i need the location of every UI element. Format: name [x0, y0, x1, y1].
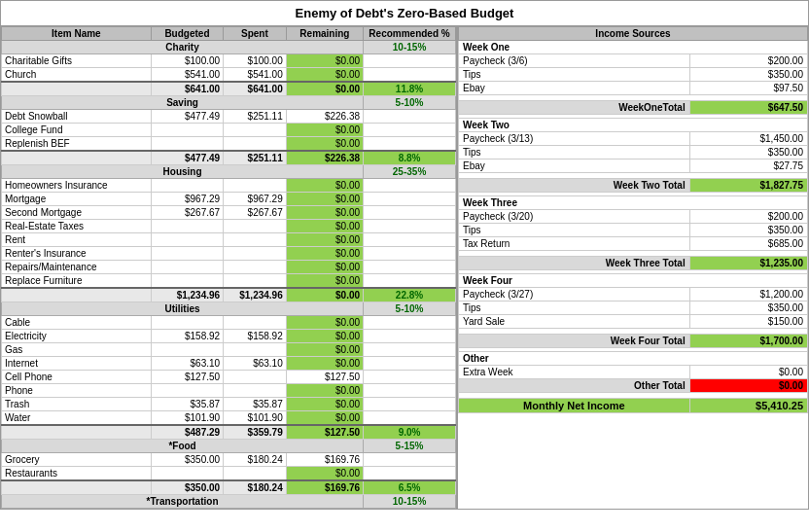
- table-row: Cable$0.00: [2, 316, 456, 330]
- table-row: Church$541.00$541.00$0.00: [2, 68, 456, 83]
- week-total-row-1: Week Two Total$1,827.75: [459, 179, 808, 193]
- section-pct-0: 10-15%: [364, 41, 456, 54]
- section-header-3: Utilities: [2, 302, 364, 316]
- section-header-1: Saving: [2, 96, 364, 110]
- table-row: Repairs/Maintenance$0.00: [2, 261, 456, 274]
- table-row: Restaurants$0.00: [2, 467, 456, 481]
- income-panel: Income Sources Week OnePaycheck (3/6)$20…: [458, 26, 808, 509]
- income-row: Yard Sale$150.00: [459, 315, 808, 329]
- table-row: Electricity$158.92$158.92$0.00: [2, 330, 456, 343]
- section-total-row-3: $487.29$359.79$127.509.0%: [2, 425, 456, 440]
- section-pct-2: 25-35%: [364, 165, 456, 179]
- table-row: Renter's Insurance$0.00: [2, 247, 456, 261]
- table-row: Phone$0.00: [2, 384, 456, 398]
- section-total-row-4: $350.00$180.24$169.766.5%: [2, 480, 456, 495]
- income-row: Paycheck (3/6)$200.00: [459, 54, 808, 68]
- other-income-row: Extra Week$0.00: [459, 366, 808, 379]
- week-header-1: Week Two: [459, 119, 808, 132]
- col-header-budgeted: Budgeted: [151, 27, 223, 41]
- table-row: Real-Estate Taxes$0.00: [2, 220, 456, 233]
- table-row: Mortgage$967.29$967.29$0.00: [2, 193, 456, 206]
- table-row: Charitable Gifts$100.00$100.00$0.00: [2, 54, 456, 68]
- income-row: Paycheck (3/13)$1,450.00: [459, 132, 808, 146]
- section-header-0: Charity: [2, 41, 364, 54]
- section-pct-4: 5-15%: [364, 440, 456, 453]
- table-row: Gas$0.00: [2, 343, 456, 357]
- section-total-row-2: $1,234.96$1,234.96$0.0022.8%: [2, 288, 456, 302]
- week-header-0: Week One: [459, 41, 808, 54]
- table-row: Trash$35.87$35.87$0.00: [2, 398, 456, 411]
- section-header-5: *Transportation: [2, 495, 364, 509]
- income-row: Tips$350.00: [459, 146, 808, 160]
- col-header-spent: Spent: [224, 27, 287, 41]
- section-header-4: *Food: [2, 440, 364, 453]
- section-pct-3: 5-10%: [364, 302, 456, 316]
- week-header-3: Week Four: [459, 274, 808, 288]
- week-total-row-3: Week Four Total$1,700.00: [459, 335, 808, 348]
- income-row: Paycheck (3/27)$1,200.00: [459, 288, 808, 301]
- main-title: Enemy of Debt's Zero-Based Budget: [0, 0, 809, 25]
- table-row: Cell Phone$127.50$127.50: [2, 371, 456, 384]
- col-header-name: Item Name: [2, 27, 152, 41]
- table-row: Replace Furniture$0.00: [2, 274, 456, 289]
- week-total-row-2: Week Three Total$1,235.00: [459, 257, 808, 270]
- table-row: Grocery$350.00$180.24$169.76: [2, 453, 456, 467]
- table-row: Replenish BEF$0.00: [2, 137, 456, 152]
- section-total-row-0: $641.00$641.00$0.0011.8%: [2, 82, 456, 96]
- table-row: Water$101.90$101.90$0.00: [2, 411, 456, 426]
- monthly-net-row: Monthly Net Income$5,410.25: [459, 399, 808, 413]
- week-header-2: Week Three: [459, 196, 808, 210]
- section-total-row-1: $477.49$251.11$226.388.8%: [2, 151, 456, 165]
- other-total-row: Other Total$0.00: [459, 379, 808, 393]
- income-row: Paycheck (3/20)$200.00: [459, 210, 808, 224]
- income-row: Tax Return$685.00: [459, 237, 808, 251]
- income-header: Income Sources: [459, 27, 808, 41]
- table-row: Internet$63.10$63.10$0.00: [2, 357, 456, 371]
- section-pct-1: 5-10%: [364, 96, 456, 110]
- week-total-row-0: WeekOneTotal$647.50: [459, 101, 808, 115]
- table-row: College Fund$0.00: [2, 124, 456, 137]
- col-header-remaining: Remaining: [286, 27, 363, 41]
- income-row: Tips$350.00: [459, 224, 808, 237]
- table-row: Debt Snowball$477.49$251.11$226.38: [2, 110, 456, 124]
- other-header: Other: [459, 352, 808, 366]
- table-row: Homeowners Insurance$0.00: [2, 179, 456, 193]
- col-header-pct: Recommended %: [364, 27, 456, 41]
- table-row: Rent$0.00: [2, 233, 456, 247]
- income-row: Ebay$97.50: [459, 82, 808, 95]
- budget-table-panel: Item Name Budgeted Spent Remaining Recom…: [1, 26, 458, 509]
- section-header-2: Housing: [2, 165, 364, 179]
- income-row: Tips$350.00: [459, 301, 808, 315]
- income-row: Tips$350.00: [459, 68, 808, 82]
- section-pct-5: 10-15%: [364, 495, 456, 509]
- income-row: Ebay$27.75: [459, 160, 808, 173]
- table-row: Second Mortgage$267.67$267.67$0.00: [2, 206, 456, 220]
